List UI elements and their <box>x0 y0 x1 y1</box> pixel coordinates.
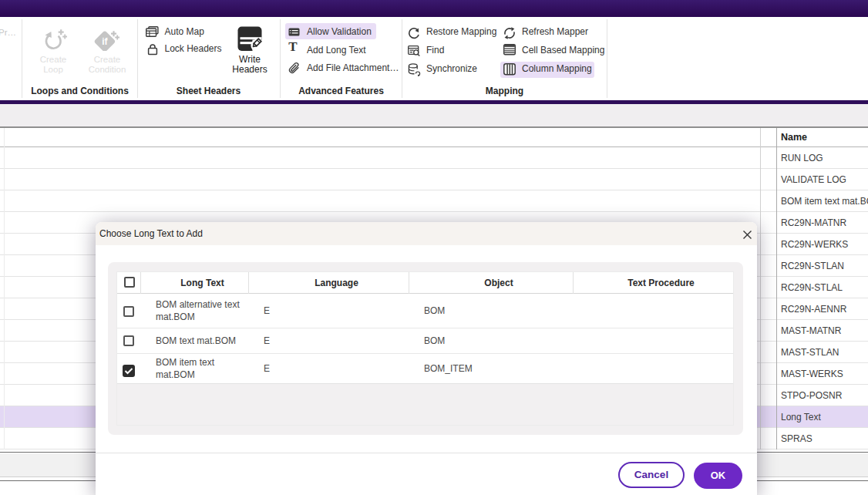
svg-text:if: if <box>102 36 108 47</box>
